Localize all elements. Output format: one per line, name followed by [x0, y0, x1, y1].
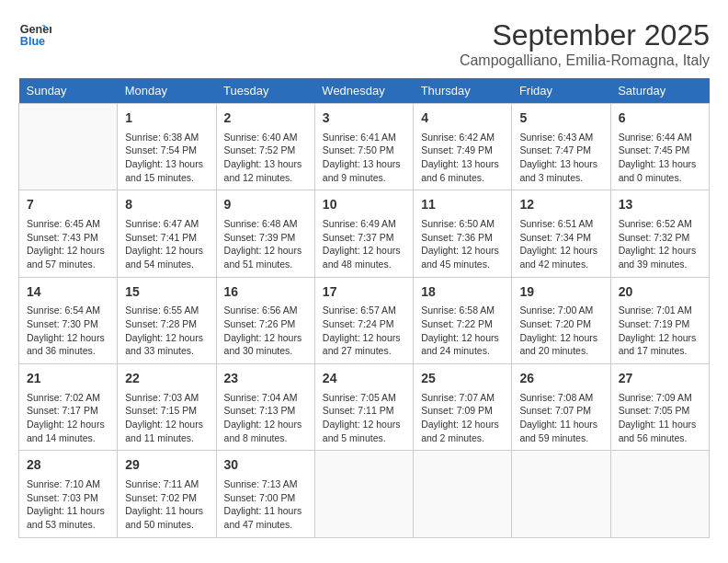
calendar-cell: 7Sunrise: 6:45 AM Sunset: 7:43 PM Daylig… [19, 190, 118, 277]
day-info: Sunrise: 7:03 AM Sunset: 7:15 PM Dayligh… [125, 391, 208, 445]
day-number: 28 [27, 456, 109, 475]
day-number: 26 [519, 370, 602, 388]
calendar-cell: 15Sunrise: 6:55 AM Sunset: 7:28 PM Dayli… [118, 277, 216, 363]
calendar-week-row: 28Sunrise: 7:10 AM Sunset: 7:03 PM Dayli… [19, 451, 710, 537]
day-number: 15 [125, 283, 208, 302]
weekday-header: Wednesday [314, 78, 413, 104]
calendar-cell: 23Sunrise: 7:04 AM Sunset: 7:13 PM Dayli… [216, 364, 314, 451]
weekday-header: Monday [118, 78, 216, 104]
calendar-cell: 22Sunrise: 7:03 AM Sunset: 7:15 PM Dayli… [118, 364, 216, 451]
day-info: Sunrise: 6:45 AM Sunset: 7:43 PM Dayligh… [27, 217, 109, 271]
day-number: 20 [619, 283, 701, 302]
page-header: General Blue September 2025 Campogallian… [18, 18, 710, 69]
calendar-cell: 16Sunrise: 6:56 AM Sunset: 7:26 PM Dayli… [216, 277, 314, 363]
weekday-header-row: SundayMondayTuesdayWednesdayThursdayFrid… [19, 78, 710, 104]
day-number: 29 [125, 456, 208, 475]
calendar-week-row: 7Sunrise: 6:45 AM Sunset: 7:43 PM Daylig… [19, 190, 710, 277]
day-info: Sunrise: 6:43 AM Sunset: 7:47 PM Dayligh… [519, 131, 602, 185]
calendar-week-row: 21Sunrise: 7:02 AM Sunset: 7:17 PM Dayli… [19, 364, 710, 451]
day-info: Sunrise: 7:08 AM Sunset: 7:07 PM Dayligh… [519, 391, 602, 445]
calendar-cell: 8Sunrise: 6:47 AM Sunset: 7:41 PM Daylig… [118, 190, 216, 277]
calendar-cell [414, 451, 512, 537]
day-number: 11 [421, 196, 504, 214]
calendar-cell: 18Sunrise: 6:58 AM Sunset: 7:22 PM Dayli… [414, 277, 512, 363]
day-info: Sunrise: 6:47 AM Sunset: 7:41 PM Dayligh… [125, 217, 208, 271]
day-number: 21 [27, 370, 109, 388]
calendar-cell: 5Sunrise: 6:43 AM Sunset: 7:47 PM Daylig… [512, 104, 610, 190]
calendar-cell: 19Sunrise: 7:00 AM Sunset: 7:20 PM Dayli… [512, 277, 610, 363]
day-number: 2 [224, 109, 307, 128]
calendar-cell: 2Sunrise: 6:40 AM Sunset: 7:52 PM Daylig… [216, 104, 314, 190]
calendar-week-row: 14Sunrise: 6:54 AM Sunset: 7:30 PM Dayli… [19, 277, 710, 363]
weekday-header: Saturday [610, 78, 709, 104]
day-number: 6 [619, 109, 701, 128]
calendar-cell: 20Sunrise: 7:01 AM Sunset: 7:19 PM Dayli… [610, 277, 709, 363]
calendar-cell: 6Sunrise: 6:44 AM Sunset: 7:45 PM Daylig… [610, 104, 709, 190]
day-info: Sunrise: 6:57 AM Sunset: 7:24 PM Dayligh… [323, 304, 405, 358]
day-info: Sunrise: 6:55 AM Sunset: 7:28 PM Dayligh… [125, 304, 208, 358]
calendar-cell: 1Sunrise: 6:38 AM Sunset: 7:54 PM Daylig… [118, 104, 216, 190]
calendar-cell: 11Sunrise: 6:50 AM Sunset: 7:36 PM Dayli… [414, 190, 512, 277]
calendar-cell: 4Sunrise: 6:42 AM Sunset: 7:49 PM Daylig… [414, 104, 512, 190]
day-info: Sunrise: 6:41 AM Sunset: 7:50 PM Dayligh… [323, 131, 405, 185]
day-number: 3 [323, 109, 405, 128]
day-number: 5 [519, 109, 602, 128]
weekday-header: Thursday [414, 78, 512, 104]
day-number: 18 [421, 283, 504, 302]
day-info: Sunrise: 7:02 AM Sunset: 7:17 PM Dayligh… [27, 391, 109, 445]
svg-text:Blue: Blue [20, 35, 45, 48]
day-number: 8 [125, 196, 208, 214]
day-info: Sunrise: 7:11 AM Sunset: 7:02 PM Dayligh… [125, 477, 208, 532]
day-info: Sunrise: 7:10 AM Sunset: 7:03 PM Dayligh… [27, 477, 109, 532]
calendar-cell: 24Sunrise: 7:05 AM Sunset: 7:11 PM Dayli… [314, 364, 413, 451]
weekday-header: Tuesday [216, 78, 314, 104]
calendar-cell: 30Sunrise: 7:13 AM Sunset: 7:00 PM Dayli… [216, 451, 314, 537]
calendar-cell: 13Sunrise: 6:52 AM Sunset: 7:32 PM Dayli… [610, 190, 709, 277]
day-info: Sunrise: 6:50 AM Sunset: 7:36 PM Dayligh… [421, 217, 504, 271]
day-number: 10 [323, 196, 405, 214]
day-info: Sunrise: 6:38 AM Sunset: 7:54 PM Dayligh… [125, 131, 208, 185]
day-number: 30 [224, 456, 307, 475]
day-info: Sunrise: 6:42 AM Sunset: 7:49 PM Dayligh… [421, 131, 504, 185]
calendar-cell: 14Sunrise: 6:54 AM Sunset: 7:30 PM Dayli… [19, 277, 118, 363]
day-number: 17 [323, 283, 405, 302]
day-info: Sunrise: 6:56 AM Sunset: 7:26 PM Dayligh… [224, 304, 307, 358]
day-info: Sunrise: 6:51 AM Sunset: 7:34 PM Dayligh… [519, 217, 602, 271]
day-number: 16 [224, 283, 307, 302]
calendar-cell: 21Sunrise: 7:02 AM Sunset: 7:17 PM Dayli… [19, 364, 118, 451]
calendar-cell: 10Sunrise: 6:49 AM Sunset: 7:37 PM Dayli… [314, 190, 413, 277]
month-title: September 2025 [460, 18, 710, 52]
weekday-header: Friday [512, 78, 610, 104]
logo: General Blue [18, 18, 51, 52]
day-number: 27 [619, 370, 701, 388]
logo-icon: General Blue [18, 18, 51, 52]
day-info: Sunrise: 7:04 AM Sunset: 7:13 PM Dayligh… [224, 391, 307, 445]
day-number: 1 [125, 109, 208, 128]
day-number: 24 [323, 370, 405, 388]
calendar-cell: 25Sunrise: 7:07 AM Sunset: 7:09 PM Dayli… [414, 364, 512, 451]
location-subtitle: Campogalliano, Emilia-Romagna, Italy [460, 52, 710, 69]
calendar-cell: 9Sunrise: 6:48 AM Sunset: 7:39 PM Daylig… [216, 190, 314, 277]
calendar-cell: 3Sunrise: 6:41 AM Sunset: 7:50 PM Daylig… [314, 104, 413, 190]
calendar-cell: 26Sunrise: 7:08 AM Sunset: 7:07 PM Dayli… [512, 364, 610, 451]
calendar-cell: 29Sunrise: 7:11 AM Sunset: 7:02 PM Dayli… [118, 451, 216, 537]
day-info: Sunrise: 6:49 AM Sunset: 7:37 PM Dayligh… [323, 217, 405, 271]
calendar-week-row: 1Sunrise: 6:38 AM Sunset: 7:54 PM Daylig… [19, 104, 710, 190]
calendar-cell: 12Sunrise: 6:51 AM Sunset: 7:34 PM Dayli… [512, 190, 610, 277]
day-number: 19 [519, 283, 602, 302]
calendar-cell [19, 104, 118, 190]
day-info: Sunrise: 6:52 AM Sunset: 7:32 PM Dayligh… [619, 217, 701, 271]
calendar-cell [314, 451, 413, 537]
day-info: Sunrise: 7:05 AM Sunset: 7:11 PM Dayligh… [323, 391, 405, 445]
day-info: Sunrise: 7:07 AM Sunset: 7:09 PM Dayligh… [421, 391, 504, 445]
day-info: Sunrise: 6:54 AM Sunset: 7:30 PM Dayligh… [27, 304, 109, 358]
day-number: 9 [224, 196, 307, 214]
day-number: 4 [421, 109, 504, 128]
calendar-cell [512, 451, 610, 537]
calendar-cell: 27Sunrise: 7:09 AM Sunset: 7:05 PM Dayli… [610, 364, 709, 451]
day-number: 14 [27, 283, 109, 302]
day-number: 7 [27, 196, 109, 214]
day-info: Sunrise: 7:09 AM Sunset: 7:05 PM Dayligh… [619, 391, 701, 445]
calendar-cell: 17Sunrise: 6:57 AM Sunset: 7:24 PM Dayli… [314, 277, 413, 363]
weekday-header: Sunday [19, 78, 118, 104]
